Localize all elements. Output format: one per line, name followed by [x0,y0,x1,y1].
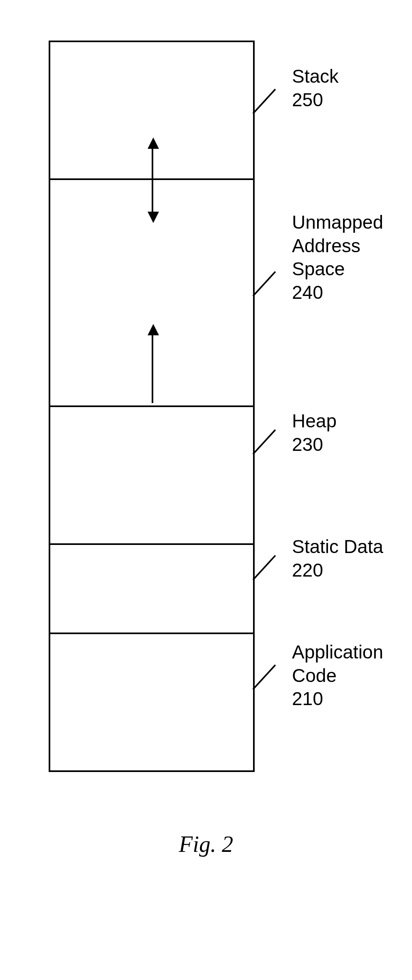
figure-caption: Fig. 2 [0,831,412,857]
arrow-up-icon [148,137,159,149]
label-text: Stack [292,66,339,87]
label-stack: Stack 250 [292,65,339,112]
segment-unmapped [50,180,253,407]
label-text: Space [292,258,345,279]
svg-line-1 [253,272,275,296]
leader-line [253,665,277,689]
label-text: Address [292,235,360,256]
heap-grow-arrow-shaft [152,334,153,403]
label-heap: Heap 230 [292,410,337,456]
segment-heap [50,407,253,545]
label-text: Heap [292,410,337,431]
leader-line [253,430,277,454]
label-text: Application [292,641,383,663]
label-ref: 210 [292,688,323,709]
memory-column [49,41,255,772]
label-app: Application Code 210 [292,641,383,711]
label-static: Static Data 220 [292,535,383,582]
label-ref: 230 [292,434,323,455]
leader-line [253,272,277,296]
arrow-up-icon [148,324,159,335]
leader-line [253,555,277,580]
svg-line-2 [253,430,275,454]
svg-line-0 [253,89,275,114]
label-text: Unmapped [292,212,383,233]
caption-text: Fig. 2 [179,832,233,857]
segment-static-data [50,545,253,634]
label-ref: 250 [292,89,323,110]
label-ref: 240 [292,282,323,303]
svg-line-3 [253,555,275,580]
label-ref: 220 [292,560,323,581]
label-unmapped: Unmapped Address Space 240 [292,211,383,304]
svg-line-4 [253,665,275,689]
memory-layout-diagram: Stack 250 Unmapped Address Space 240 Hea… [49,41,251,772]
segment-stack [50,42,253,180]
leader-line [253,89,277,114]
label-text: Static Data [292,536,383,557]
label-text: Code [292,665,337,686]
segment-application-code [50,634,253,772]
